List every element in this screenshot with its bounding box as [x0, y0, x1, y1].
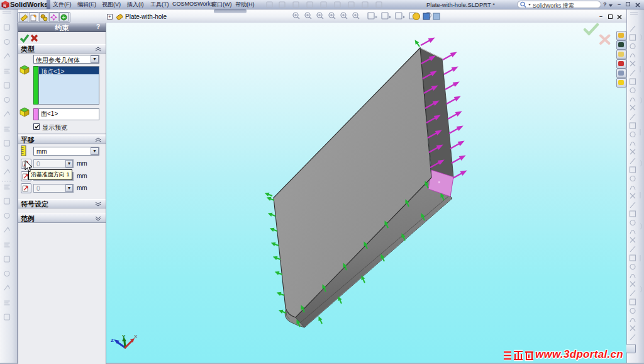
- svg-text:Z: Z: [111, 338, 114, 343]
- svg-text:X: X: [134, 334, 138, 339]
- svg-text:W: W: [3, 4, 6, 8]
- svg-text:Y: Y: [122, 334, 126, 339]
